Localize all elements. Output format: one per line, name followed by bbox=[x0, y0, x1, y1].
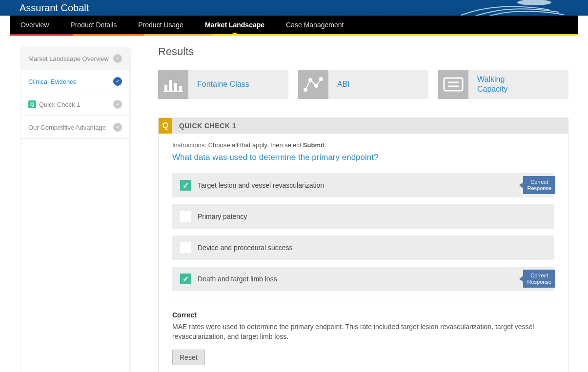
nav-market-landscape[interactable]: Market Landscape bbox=[194, 16, 275, 34]
nav-case-management[interactable]: Case Management bbox=[275, 16, 354, 34]
main-area: Market Landscape Overview Clinical Evide… bbox=[0, 36, 588, 372]
reset-button[interactable]: Reset bbox=[172, 350, 205, 365]
sidebar-item-clinical-evidence[interactable]: Clinical Evidence bbox=[21, 70, 129, 93]
option-label: Death and target limb loss bbox=[198, 275, 277, 283]
check-circle-icon bbox=[113, 100, 122, 109]
svg-rect-1 bbox=[164, 85, 167, 91]
check-circle-icon bbox=[113, 77, 122, 86]
svg-rect-5 bbox=[163, 91, 183, 92]
nav-overview[interactable]: Overview bbox=[10, 16, 60, 34]
sidebar-item-overview[interactable]: Market Landscape Overview bbox=[21, 47, 129, 70]
page-title: Results bbox=[158, 45, 568, 58]
q-badge-icon: Q bbox=[28, 100, 36, 108]
result-cards: Fontaine Class ABI WalkingCapacity bbox=[158, 70, 568, 99]
divider bbox=[172, 301, 554, 301]
quiz-option[interactable]: Death and target limb loss CorrectRespon… bbox=[172, 267, 554, 291]
app-header: Assurant Cobalt bbox=[0, 0, 588, 16]
sidebar-item-competitive-advantage[interactable]: Our Competitive Advantage bbox=[21, 116, 129, 139]
quiz-option[interactable]: Primary patency bbox=[172, 204, 554, 229]
checkbox-icon[interactable] bbox=[180, 242, 191, 253]
primary-nav: Overview Product Details Product Usage M… bbox=[10, 16, 578, 34]
q-badge-icon: Q bbox=[159, 118, 172, 134]
quiz-title: QUICK CHECK 1 bbox=[179, 122, 236, 130]
header-decoration bbox=[461, 0, 588, 16]
svg-rect-2 bbox=[169, 80, 172, 91]
svg-point-0 bbox=[517, 0, 551, 5]
card-label: WalkingCapacity bbox=[468, 75, 507, 94]
app-root: Assurant Cobalt Overview Product Details… bbox=[0, 0, 588, 372]
sidebar-item-label: Quick Check 1 bbox=[39, 101, 81, 108]
checkbox-icon[interactable] bbox=[180, 180, 191, 191]
feedback-text: MAE rates were used to determine the pri… bbox=[172, 322, 554, 342]
sidebar-item-label: Market Landscape Overview bbox=[28, 55, 109, 62]
nav-product-usage[interactable]: Product Usage bbox=[127, 16, 194, 34]
card-fontaine-class[interactable]: Fontaine Class bbox=[158, 70, 288, 99]
check-circle-icon bbox=[113, 54, 122, 63]
checkbox-icon[interactable] bbox=[180, 211, 191, 222]
correct-flag: CorrectResponse bbox=[523, 270, 555, 288]
app-title: Assurant Cobalt bbox=[20, 2, 89, 14]
card-label: Fontaine Class bbox=[188, 79, 249, 89]
card-abi[interactable]: ABI bbox=[298, 70, 428, 99]
svg-rect-3 bbox=[174, 83, 177, 91]
quiz-option[interactable]: Target lesion and vessel revascularizati… bbox=[172, 173, 554, 197]
quiz-question: What data was used to determine the prim… bbox=[172, 153, 554, 162]
sidebar-item-label: Our Competitive Advantage bbox=[28, 124, 106, 131]
feedback-title: Correct bbox=[172, 311, 554, 319]
option-label: Device and procedural success bbox=[198, 244, 293, 252]
sidebar-item-label: Clinical Evidence bbox=[28, 78, 77, 85]
svg-rect-10 bbox=[444, 78, 463, 91]
checkbox-icon[interactable] bbox=[180, 274, 191, 284]
content-area: Results Fontaine Class ABI bbox=[158, 45, 568, 372]
bar-chart-icon bbox=[158, 70, 188, 99]
card-walking-capacity[interactable]: WalkingCapacity bbox=[438, 70, 568, 99]
quiz-instructions: Instructions: Choose all that apply, the… bbox=[172, 141, 554, 149]
sidebar-item-quick-check[interactable]: Q Quick Check 1 bbox=[21, 93, 129, 116]
nav-accent-bar bbox=[10, 34, 578, 36]
sidebar: Market Landscape Overview Clinical Evide… bbox=[21, 47, 129, 372]
option-label: Target lesion and vessel revascularizati… bbox=[198, 181, 324, 189]
quiz-option[interactable]: Device and procedural success bbox=[172, 235, 554, 260]
option-label: Primary patency bbox=[198, 213, 247, 220]
quiz-header: Q QUICK CHECK 1 bbox=[159, 118, 568, 134]
svg-rect-4 bbox=[179, 86, 182, 91]
check-circle-icon bbox=[113, 123, 122, 132]
card-label: ABI bbox=[328, 79, 350, 89]
document-icon bbox=[438, 70, 468, 99]
network-icon bbox=[298, 70, 328, 99]
quiz-panel: Q QUICK CHECK 1 Instructions: Choose all… bbox=[158, 117, 568, 372]
quiz-body: Instructions: Choose all that apply, the… bbox=[159, 134, 568, 372]
correct-flag: CorrectResponse bbox=[523, 176, 555, 194]
nav-product-details[interactable]: Product Details bbox=[60, 16, 127, 34]
